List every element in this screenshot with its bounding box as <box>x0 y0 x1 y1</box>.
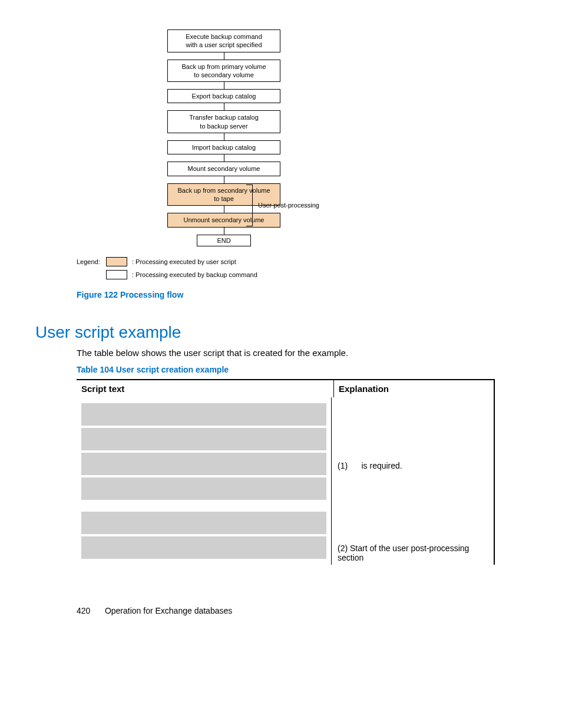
explanation-1: (1) is required. <box>338 461 402 470</box>
flowchart: Execute backup commandwith a user script… <box>77 29 371 246</box>
section-heading: User script example <box>35 323 527 342</box>
table-caption: Table 104 User script creation example <box>77 365 527 374</box>
table-header: Script text Explanation <box>77 380 494 397</box>
flow-step-5: Import backup catalog <box>167 140 280 154</box>
page-footer: 420 Operation for Exchange databases <box>77 606 527 615</box>
script-text-placeholder <box>81 428 326 450</box>
table-head-explanation: Explanation <box>334 380 494 397</box>
intro-text: The table below shows the user script th… <box>77 348 527 358</box>
script-text-placeholder <box>81 403 326 426</box>
table-row: (2) Start of the user post-processing se… <box>77 506 494 565</box>
flow-step-4: Transfer backup catalogto backup server <box>167 110 280 133</box>
script-text-placeholder <box>81 477 326 500</box>
script-text-placeholder <box>81 536 326 559</box>
flow-step-3: Export backup catalog <box>167 89 280 103</box>
table-row: (1) is required. <box>77 397 494 506</box>
legend-label: Legend: <box>77 258 106 265</box>
flow-step-8: Unmount secondary volume <box>167 213 280 227</box>
page-number: 420 <box>77 606 103 615</box>
legend-swatch-highlight <box>106 257 127 266</box>
legend-text-1: : Processing executed by user script <box>132 258 236 265</box>
legend: Legend: : Processing executed by user sc… <box>77 257 527 279</box>
script-text-placeholder <box>81 512 326 534</box>
legend-text-2: : Processing executed by backup command <box>132 271 257 278</box>
legend-swatch-plain <box>106 270 127 279</box>
footer-title: Operation for Exchange databases <box>105 606 232 615</box>
flow-end: END <box>197 235 251 246</box>
figure-caption: Figure 122 Processing flow <box>77 290 527 299</box>
script-table: Script text Explanation (1) is required. <box>77 379 495 565</box>
table-head-script: Script text <box>77 380 334 397</box>
bracket-label: User post-processing <box>258 202 319 209</box>
flow-step-1: Execute backup commandwith a user script… <box>167 29 280 52</box>
flow-bracket <box>246 185 253 226</box>
script-text-placeholder <box>81 453 326 475</box>
flow-step-6: Mount secondary volume <box>167 162 280 176</box>
explanation-2: (2) Start of the user post-processing se… <box>338 543 494 562</box>
flow-step-2: Back up from primary volumeto secondary … <box>167 60 280 83</box>
